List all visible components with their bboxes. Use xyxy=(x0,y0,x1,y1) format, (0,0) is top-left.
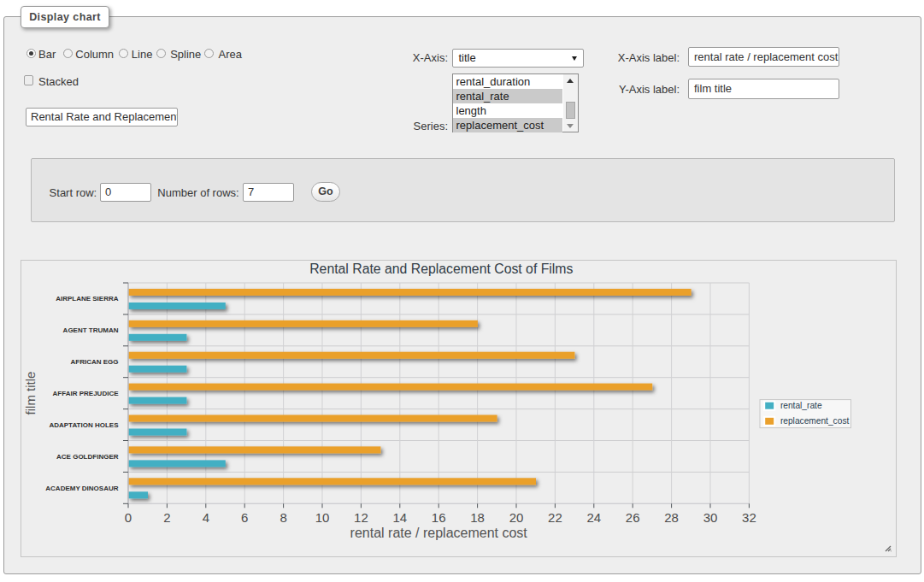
svg-text:32: 32 xyxy=(742,510,756,525)
svg-text:replacement_cost: replacement_cost xyxy=(780,416,850,426)
svg-text:Rental Rate and Replacement Co: Rental Rate and Replacement Cost of Film… xyxy=(309,262,573,276)
svg-text:4: 4 xyxy=(203,510,209,525)
svg-text:28: 28 xyxy=(664,510,679,525)
svg-text:AFFAIR PREJUDICE: AFFAIR PREJUDICE xyxy=(53,390,120,397)
svg-text:AFRICAN EGG: AFRICAN EGG xyxy=(71,358,119,366)
svg-text:20: 20 xyxy=(509,510,524,525)
svg-text:AIRPLANE SIERRA: AIRPLANE SIERRA xyxy=(56,295,119,303)
svg-text:10: 10 xyxy=(315,510,330,525)
svg-text:AGENT TRUMAN: AGENT TRUMAN xyxy=(63,326,119,334)
svg-text:0: 0 xyxy=(125,510,132,525)
svg-text:ADAPTATION HOLES: ADAPTATION HOLES xyxy=(49,421,119,429)
svg-text:film title: film title xyxy=(23,372,38,415)
svg-text:2: 2 xyxy=(163,510,170,525)
svg-text:16: 16 xyxy=(432,510,446,525)
svg-text:24: 24 xyxy=(586,510,601,525)
svg-text:rental rate / replacement cost: rental rate / replacement cost xyxy=(350,526,528,540)
svg-text:rental_rate: rental_rate xyxy=(780,401,822,410)
svg-text:22: 22 xyxy=(548,510,562,525)
svg-text:14: 14 xyxy=(392,510,407,525)
svg-text:ACADEMY DINOSAUR: ACADEMY DINOSAUR xyxy=(45,485,118,492)
svg-text:18: 18 xyxy=(470,510,485,525)
svg-text:26: 26 xyxy=(626,510,640,525)
svg-text:ACE GOLDFINGER: ACE GOLDFINGER xyxy=(56,453,119,461)
svg-text:6: 6 xyxy=(241,510,248,525)
svg-text:12: 12 xyxy=(354,510,368,525)
svg-text:30: 30 xyxy=(703,510,718,525)
svg-text:8: 8 xyxy=(280,510,286,525)
